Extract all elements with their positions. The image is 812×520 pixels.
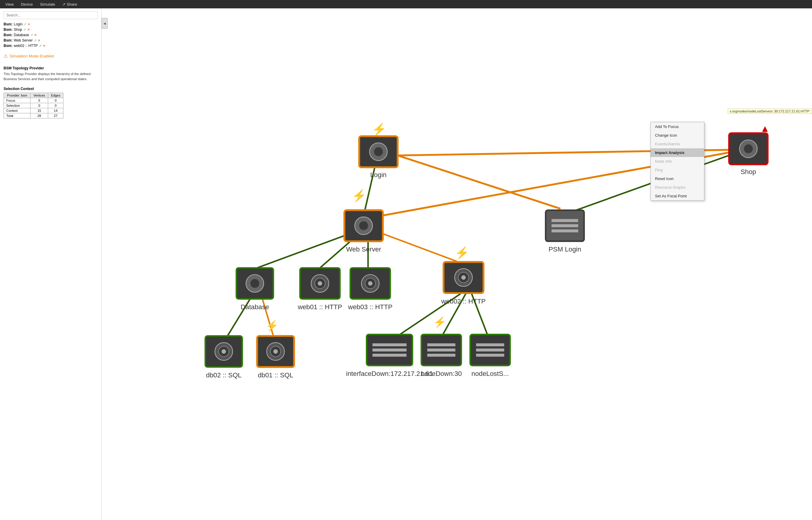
svg-rect-74	[427, 349, 455, 352]
bsm-navigate-icon-1[interactable]: ↗	[23, 28, 26, 32]
table-header-vertices: Vertices	[30, 93, 48, 98]
svg-line-5	[257, 232, 353, 268]
bsm-remove-icon-1[interactable]: ✕	[27, 28, 30, 32]
topology-desc: This Topology Provider displays the hier…	[4, 72, 98, 81]
node-nodedown30[interactable]: nodeDown:30	[421, 335, 462, 378]
svg-rect-78	[476, 343, 504, 346]
svg-rect-80	[476, 354, 504, 357]
menubar: View Device Simulate ↗ Share	[0, 0, 812, 8]
simulation-banner: ⚠ Simulation Mode Enabled	[4, 53, 98, 59]
row-focus-label: Focus	[4, 98, 30, 103]
svg-point-22	[374, 148, 383, 156]
row-selection-vertices: 0	[30, 103, 48, 108]
svg-text:Shop: Shop	[740, 168, 756, 176]
svg-rect-79	[476, 349, 504, 352]
svg-text:interfaceDown:172.217.21.61: interfaceDown:172.217.21.61	[346, 370, 433, 378]
topology-graph: ⚡ ⚡ ⚡ ⚡ ⚡ Login Shop	[102, 8, 812, 520]
list-item: Bsm: Database ↗ ✕	[4, 33, 98, 37]
context-menu-item-change-icon[interactable]: Change Icon	[651, 131, 704, 140]
topology-section: BSM Topology Provider This Topology Prov…	[4, 66, 98, 81]
svg-text:⚡: ⚡	[454, 246, 470, 260]
context-menu-item-ping: Ping	[651, 166, 704, 174]
svg-rect-75	[427, 354, 455, 357]
svg-line-2	[398, 155, 560, 209]
context-menu-item-reset-icon[interactable]: Reset Icon	[651, 174, 704, 183]
table-header-provider: Provider: bsm	[4, 93, 30, 98]
bsm-remove-icon-0[interactable]: ✕	[27, 22, 30, 26]
svg-point-40	[250, 279, 259, 288]
svg-point-45	[318, 281, 322, 286]
context-menu-item-impact-analysis[interactable]: Impact Analysis	[651, 148, 704, 157]
svg-text:⚡: ⚡	[372, 122, 387, 136]
svg-rect-36	[551, 229, 578, 232]
sidebar: Bsm: Login ↗ ✕ Bsm: Shop ↗ ✕ Bsm: Databa…	[0, 8, 102, 520]
search-input[interactable]	[4, 11, 98, 19]
bsm-navigate-icon-0[interactable]: ↗	[24, 22, 26, 26]
node-login[interactable]: Login	[359, 136, 398, 179]
node-db02sql[interactable]: db02 :: SQL	[205, 336, 242, 379]
svg-text:PSM Login: PSM Login	[549, 245, 581, 253]
menu-simulate[interactable]: Simulate	[37, 1, 58, 8]
svg-point-65	[273, 349, 278, 354]
row-selection-edges: 0	[48, 103, 63, 108]
context-menu-item-node-info: Node Info	[651, 157, 704, 166]
bsm-remove-icon-3[interactable]: ✕	[38, 38, 41, 43]
svg-text:▲: ▲	[760, 123, 770, 134]
svg-text:⚡: ⚡	[434, 316, 447, 328]
svg-text:⚡: ⚡	[352, 189, 367, 203]
context-menu-item-events-alarms: Events/Alarms	[651, 140, 704, 148]
row-total-label: Total	[4, 113, 30, 119]
bsm-navigate-icon-4[interactable]: ↗	[39, 44, 42, 48]
node-web03http[interactable]: web03 :: HTTP	[348, 268, 392, 311]
svg-line-8	[379, 232, 465, 264]
table-header-edges: Edges	[48, 93, 63, 98]
svg-text:Database: Database	[240, 303, 269, 311]
topology-canvas[interactable]: ⚡ ⚡ ⚡ ⚡ ⚡ Login Shop	[102, 8, 812, 520]
svg-point-31	[359, 221, 368, 230]
svg-point-26	[744, 145, 753, 153]
node-db01sql[interactable]: db01 :: SQL	[257, 336, 294, 379]
svg-rect-69	[372, 349, 407, 352]
bsm-remove-icon-2[interactable]: ✕	[34, 33, 37, 37]
svg-text:web03 :: HTTP: web03 :: HTTP	[348, 303, 392, 311]
selection-context: Selection Context Provider: bsm Vertices…	[4, 87, 98, 119]
url-tooltip: s.org/nodes/nodeLostService::30:172.217.…	[728, 108, 812, 114]
context-menu-item-add-to-focus[interactable]: Add To Focus	[651, 122, 704, 131]
node-database[interactable]: Database	[236, 268, 273, 311]
svg-text:⚡: ⚡	[266, 319, 279, 332]
node-nodelost[interactable]: nodeLostS...	[470, 335, 510, 378]
bsm-navigate-icon-3[interactable]: ↗	[34, 38, 36, 43]
svg-text:web01 :: HTTP: web01 :: HTTP	[297, 303, 342, 311]
svg-text:db01 :: SQL: db01 :: SQL	[258, 371, 293, 379]
bsm-remove-icon-4[interactable]: ✕	[43, 44, 46, 48]
context-menu-item-set-as-focal-point[interactable]: Set As Focal Point	[651, 192, 704, 200]
node-web02http[interactable]: web02 :: HTTP	[441, 262, 486, 305]
selection-context-title: Selection Context	[4, 87, 98, 91]
menu-view[interactable]: View	[2, 1, 17, 8]
node-iface172[interactable]: interfaceDown:172.217.21.61	[346, 335, 433, 378]
menu-device[interactable]: Device	[18, 1, 36, 8]
svg-rect-68	[372, 343, 407, 346]
svg-text:Login: Login	[370, 171, 386, 179]
table-row: Selection 0 0	[4, 103, 63, 108]
list-item: Bsm: Login ↗ ✕	[4, 22, 98, 26]
share-arrow-icon: ↗	[62, 2, 66, 6]
node-psmlogin[interactable]: PSM Login	[546, 210, 584, 253]
table-row: Context 15 14	[4, 108, 63, 113]
row-focus-vertices: 5	[30, 98, 48, 103]
list-item: Bsm: Web Server ↗ ✕	[4, 38, 98, 43]
warning-icon: ⚠	[4, 53, 8, 59]
svg-rect-35	[551, 224, 578, 227]
row-focus-edges: 0	[48, 98, 63, 103]
bsm-navigate-icon-2[interactable]: ↗	[30, 33, 33, 37]
simulation-text: Simulation Mode Enabled	[9, 54, 54, 58]
node-webserver[interactable]: Web Server	[344, 210, 383, 253]
topology-title: BSM Topology Provider	[4, 66, 98, 70]
collapse-sidebar-button[interactable]: ◀	[102, 18, 108, 29]
svg-text:nodeLostS...: nodeLostS...	[471, 370, 509, 378]
svg-line-9	[228, 296, 252, 336]
node-web01http[interactable]: web01 :: HTTP	[297, 268, 342, 311]
menu-share[interactable]: ↗ Share	[59, 1, 80, 8]
node-shop[interactable]: Shop ▲	[729, 123, 770, 176]
row-context-vertices: 15	[30, 108, 48, 113]
